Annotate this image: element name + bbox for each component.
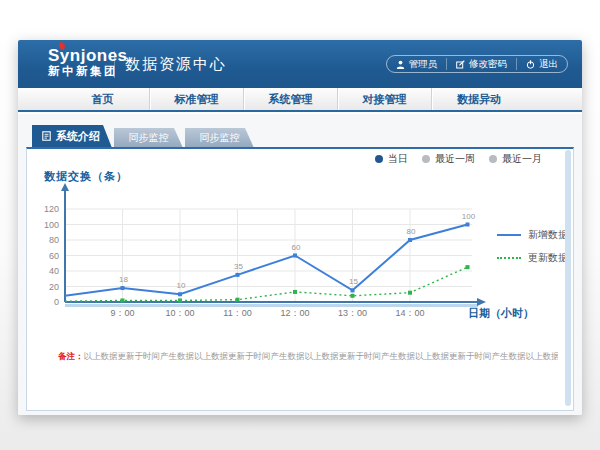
series-line-更新数据 xyxy=(65,267,468,301)
data-point xyxy=(121,286,125,290)
y-tick-label: 40 xyxy=(49,266,59,276)
user-menu: 管理员 修改密码 退出 xyxy=(386,55,569,73)
data-point xyxy=(408,291,412,295)
note-prefix: 备注： xyxy=(58,351,84,361)
note-text: 以上数据更新于时间产生数据以上数据更新于时间产生数据以上数据更新于时间产生数据以… xyxy=(84,351,559,361)
x-tick-label: 12：00 xyxy=(280,308,309,318)
data-point xyxy=(293,290,297,294)
line-chart: 0204060801001209：0010：0011：0012：0013：001… xyxy=(30,162,498,330)
tab-sync-monitor-2[interactable]: 同步监控 xyxy=(185,128,254,148)
logo-company-name: 新中新集团 xyxy=(48,65,128,78)
nav-item-system-mgmt[interactable]: 系统管理 xyxy=(244,88,338,110)
nav-item-integration-mgmt[interactable]: 对接管理 xyxy=(338,88,432,110)
change-password-label: 修改密码 xyxy=(469,58,507,71)
y-tick-label: 0 xyxy=(54,297,59,307)
chart-legend: 新增数据 更新数据 xyxy=(497,228,568,265)
main-nav: 首页 标准管理 系统管理 对接管理 数据异动 xyxy=(18,88,582,112)
document-icon xyxy=(42,131,51,141)
y-tick-label: 100 xyxy=(44,220,59,230)
data-label: 80 xyxy=(407,227,416,236)
x-tick-label: 10：00 xyxy=(165,308,194,318)
synjones-logo: Synjones 新中新集团 xyxy=(48,46,128,78)
data-point xyxy=(236,273,240,277)
data-label: 15 xyxy=(349,277,358,286)
header: Synjones 新中新集团 数据资源中心 管理员 xyxy=(18,40,582,88)
y-tick-label: 60 xyxy=(49,251,59,261)
data-point xyxy=(178,292,182,296)
data-label: 60 xyxy=(292,243,301,252)
change-password-button[interactable]: 修改密码 xyxy=(446,58,516,70)
x-tick-label: 11：00 xyxy=(223,308,251,318)
page-background: Synjones 新中新集团 数据资源中心 管理员 xyxy=(0,0,600,450)
x-tick-label: 9：00 xyxy=(110,308,134,318)
logout-button[interactable]: 退出 xyxy=(516,58,567,70)
data-point xyxy=(121,298,125,302)
logout-label: 退出 xyxy=(539,58,558,71)
data-label: 100 xyxy=(462,212,476,221)
tab-system-intro[interactable]: 系统介绍 xyxy=(32,125,112,148)
note: 备注：以上数据更新于时间产生数据以上数据更新于时间产生数据以上数据更新于时间产生… xyxy=(58,351,558,363)
logo-brand: Synjones xyxy=(48,46,128,65)
legend-item-new-data[interactable]: 新增数据 xyxy=(497,228,568,242)
data-point xyxy=(466,265,470,269)
x-axis-arrow xyxy=(477,298,486,306)
nav-item-home[interactable]: 首页 xyxy=(56,88,150,110)
power-icon xyxy=(526,60,535,69)
y-tick-label: 120 xyxy=(44,204,59,214)
user-label: 管理员 xyxy=(409,58,438,71)
vertical-scrollbar[interactable] xyxy=(565,150,571,406)
edit-icon xyxy=(456,60,465,69)
x-tick-label: 13：00 xyxy=(338,308,367,318)
legend-line-swatch xyxy=(497,257,521,259)
header-divider xyxy=(114,51,115,78)
legend-line-swatch xyxy=(497,234,521,236)
legend-item-updated-data[interactable]: 更新数据 xyxy=(497,251,568,265)
nav-item-data-change[interactable]: 数据异动 xyxy=(432,88,526,110)
data-point xyxy=(236,298,240,302)
data-point xyxy=(466,223,470,227)
user-button[interactable]: 管理员 xyxy=(387,58,447,70)
legend-label: 新增数据 xyxy=(528,228,568,242)
tab-label: 系统介绍 xyxy=(56,130,100,142)
x-tick-label: 14：00 xyxy=(395,308,424,318)
app-panel: Synjones 新中新集团 数据资源中心 管理员 xyxy=(18,40,582,415)
y-axis-arrow xyxy=(61,183,69,191)
data-label: 10 xyxy=(177,281,186,290)
data-point xyxy=(178,298,182,302)
data-label: 18 xyxy=(119,275,128,284)
tab-sync-monitor-1[interactable]: 同步监控 xyxy=(114,128,183,148)
data-point xyxy=(408,238,412,242)
data-point xyxy=(351,288,355,292)
chart-x-axis-label: 日期（小时） xyxy=(468,306,534,321)
radio-label: 最近一月 xyxy=(502,152,542,166)
y-tick-label: 80 xyxy=(49,235,59,245)
nav-item-standard-mgmt[interactable]: 标准管理 xyxy=(150,88,244,110)
data-point xyxy=(293,254,297,258)
data-label: 35 xyxy=(234,262,243,271)
user-icon xyxy=(396,60,405,69)
data-point xyxy=(351,294,355,298)
legend-label: 更新数据 xyxy=(528,251,568,265)
app-title: 数据资源中心 xyxy=(125,55,227,74)
y-tick-label: 20 xyxy=(49,282,59,292)
